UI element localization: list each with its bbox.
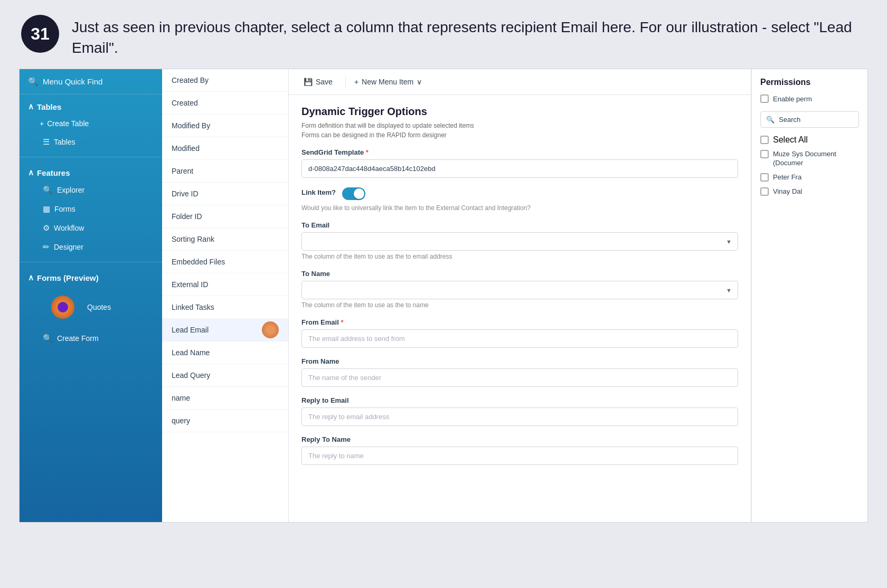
perm-item[interactable]: Peter Fra <box>760 173 859 182</box>
enable-perm-label: Enable perm <box>773 95 812 103</box>
from-email-group: From Email * <box>301 318 738 348</box>
perm-item-text: Peter Fra <box>773 173 801 182</box>
to-name-helper: The column of the item to use as the to … <box>301 301 738 309</box>
sidebar-item-create-table[interactable]: + Create Table <box>28 115 154 132</box>
sidebar: 🔍 Menu Quick Find ∧ Tables + Create Tabl… <box>20 69 162 522</box>
tables-label: Tables <box>54 138 75 146</box>
permissions-search-bar[interactable]: 🔍 Search <box>760 111 859 128</box>
sidebar-section-header-features[interactable]: ∧ Features <box>28 168 154 177</box>
sidebar-section-header-tables[interactable]: ∧ Tables <box>28 102 154 111</box>
column-list-item[interactable]: query <box>162 410 288 432</box>
sendgrid-input[interactable] <box>301 159 738 178</box>
column-list-item[interactable]: Parent <box>162 160 288 183</box>
select-all-row: Select All <box>760 135 859 145</box>
sidebar-item-workflow[interactable]: ⚙ Workflow <box>28 219 154 238</box>
to-email-select-wrapper <box>301 232 738 251</box>
sidebar-search[interactable]: 🔍 Menu Quick Find <box>20 69 162 94</box>
sidebar-search-label: Menu Quick Find <box>43 77 102 86</box>
reply-to-name-input[interactable] <box>301 447 738 465</box>
to-email-group: To Email The column of the item to use a… <box>301 221 738 260</box>
column-list-items: Created ByCreatedModified ByModifiedPare… <box>162 69 288 432</box>
sidebar-item-tables[interactable]: ☰ Tables <box>28 132 154 151</box>
from-email-label: From Email * <box>301 318 738 326</box>
to-email-helper: The column of the item to use as the to … <box>301 253 738 260</box>
perm-item-text: Muze Sys Document (Documer <box>773 150 859 168</box>
save-label: Save <box>316 78 333 86</box>
perm-item-text: Vinay Dal <box>773 187 802 196</box>
save-icon: 💾 <box>304 78 313 86</box>
column-list-item[interactable]: Modified By <box>162 115 288 137</box>
workflow-icon: ⚙ <box>43 223 50 233</box>
column-list-item[interactable]: Lead Query <box>162 364 288 387</box>
from-email-input[interactable] <box>301 329 738 348</box>
sidebar-item-designer[interactable]: ✏ Designer <box>28 238 154 257</box>
subtitle-line1: Form definition that will be displayed t… <box>301 122 474 129</box>
new-menu-item-button[interactable]: + New Menu Item ∨ <box>354 78 422 86</box>
column-list-item[interactable]: name <box>162 387 288 410</box>
permissions-title: Permissions <box>760 78 859 87</box>
sidebar-item-forms[interactable]: ▦ Forms <box>28 200 154 219</box>
enable-perm-row: Enable perm <box>760 94 859 103</box>
enable-perm-checkbox[interactable] <box>760 94 769 103</box>
column-list-item[interactable]: Folder ID <box>162 205 288 228</box>
reply-to-email-input[interactable] <box>301 407 738 426</box>
from-name-label: From Name <box>301 357 738 365</box>
column-list-item[interactable]: Modified <box>162 137 288 160</box>
instruction-text: Just as seen in previous chapter, select… <box>72 15 866 58</box>
explorer-icon: 🔍 <box>43 185 53 195</box>
column-list-item[interactable]: Lead Email <box>162 319 288 342</box>
select-all-checkbox[interactable] <box>760 136 769 144</box>
sidebar-item-create-form[interactable]: 🔍 Create Form <box>28 329 154 348</box>
plus-icon: + <box>40 119 44 128</box>
sidebar-section-tables: ∧ Tables + Create Table ☰ Tables <box>20 94 162 154</box>
sidebar-item-explorer[interactable]: 🔍 Explorer <box>28 181 154 200</box>
to-email-select[interactable] <box>301 232 738 251</box>
column-list-item[interactable]: External ID <box>162 273 288 296</box>
chevron-icon: ∧ <box>28 102 34 111</box>
column-list-item[interactable]: Linked Tasks <box>162 296 288 319</box>
sidebar-section-header-forms-preview[interactable]: ∧ Forms (Preview) <box>28 273 154 282</box>
step-number: 31 <box>21 15 59 53</box>
perm-item[interactable]: Vinay Dal <box>760 187 859 196</box>
trigger-panel-subtitle: Form definition that will be displayed t… <box>301 121 738 140</box>
main-content: 💾 Save + New Menu Item ∨ Dynamic Trigger… <box>289 69 751 522</box>
link-item-toggle-row: Link Item? <box>301 187 738 200</box>
forms-preview-label: Forms (Preview) <box>37 273 99 282</box>
perm-checkbox[interactable] <box>760 150 769 158</box>
column-list-item[interactable]: Drive ID <box>162 183 288 205</box>
select-all-label: Select All <box>773 135 808 145</box>
save-button[interactable]: 💾 Save <box>299 75 337 88</box>
column-list-item[interactable]: Created <box>162 92 288 115</box>
link-item-note: Would you like to universally link the i… <box>301 204 738 212</box>
permissions-search-icon: 🔍 <box>766 116 775 124</box>
chevron-icon-features: ∧ <box>28 168 34 177</box>
sidebar-divider-1 <box>20 157 162 157</box>
link-item-toggle[interactable] <box>342 187 365 200</box>
avatar[interactable] <box>51 296 74 319</box>
to-name-select[interactable] <box>301 281 738 299</box>
link-item-label: Link Item? <box>301 188 336 196</box>
column-list-item[interactable]: Sorting Rank <box>162 228 288 251</box>
perm-checkbox[interactable] <box>760 173 769 182</box>
sidebar-divider-2 <box>20 262 162 262</box>
instruction-banner: 31 Just as seen in previous chapter, sel… <box>0 0 887 69</box>
toolbar-separator <box>345 77 346 87</box>
chevron-down-icon: ∨ <box>417 78 422 86</box>
table-icon: ☰ <box>43 137 50 147</box>
designer-icon: ✏ <box>43 242 50 252</box>
column-list-item[interactable]: Created By <box>162 69 288 92</box>
permissions-search-label: Search <box>779 116 800 124</box>
column-list-item[interactable]: Lead Name <box>162 342 288 364</box>
explorer-label: Explorer <box>57 186 84 194</box>
perm-item[interactable]: Muze Sys Document (Documer <box>760 150 859 168</box>
sidebar-item-quotes[interactable]: Quotes <box>28 286 154 329</box>
chevron-icon-forms: ∧ <box>28 273 34 282</box>
trigger-panel-title: Dynamic Trigger Options <box>301 106 738 118</box>
sendgrid-label: SendGrid Template * <box>301 148 738 156</box>
column-list-item[interactable]: Embedded Files <box>162 251 288 273</box>
perm-checkbox[interactable] <box>760 187 769 196</box>
search-icon: 🔍 <box>28 77 39 87</box>
to-name-label: To Name <box>301 270 738 278</box>
to-email-label: To Email <box>301 221 738 229</box>
from-name-input[interactable] <box>301 368 738 387</box>
